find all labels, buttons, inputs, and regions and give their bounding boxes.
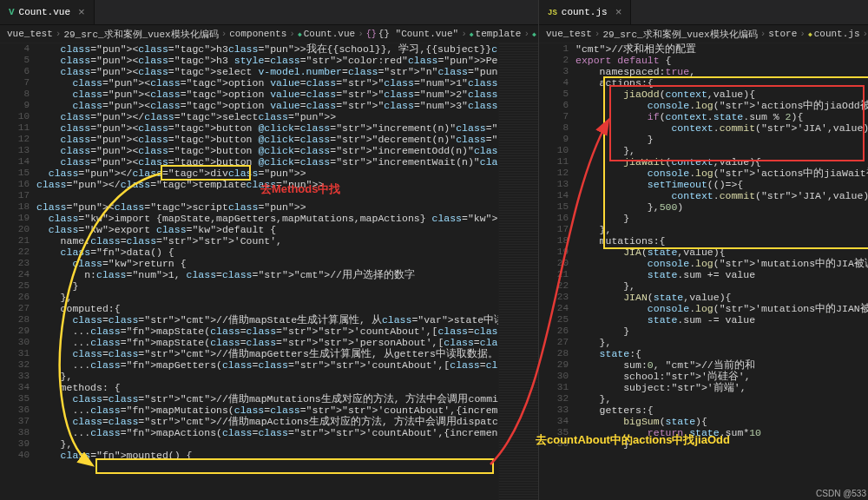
- close-icon[interactable]: ×: [615, 6, 622, 19]
- annotation-box: [603, 76, 868, 249]
- js-file-icon: [548, 7, 557, 17]
- vue-file-icon: [9, 7, 15, 17]
- tab-count-vue[interactable]: Count.vue ×: [0, 0, 95, 24]
- tab-count-js[interactable]: count.js ×: [539, 0, 631, 24]
- annotation-box: [95, 458, 494, 474]
- left-tab-bar: Count.vue ×: [0, 0, 538, 25]
- tab-label: count.js: [562, 7, 608, 17]
- close-icon[interactable]: ×: [78, 6, 85, 19]
- line-gutter: 4567891011121314151617181920212223242526…: [0, 43, 36, 500]
- right-tab-bar: count.js ×: [539, 0, 868, 25]
- annotation-label: 去countAbout中的actions中找jiaOdd: [536, 432, 730, 448]
- code-area[interactable]: class="pun"><class="tagc">h3class="pun">…: [36, 43, 498, 500]
- watermark: CSDN @533: [816, 489, 866, 498]
- annotation-label: 去Methods中找: [260, 181, 340, 197]
- right-breadcrumb[interactable]: vue_test 29_src_求和案例_vuex模块化编码 store cou…: [539, 25, 868, 43]
- tab-label: Count.vue: [19, 7, 70, 17]
- left-breadcrumb[interactable]: vue_test 29_src_求和案例_vuex模块化编码 component…: [0, 25, 538, 43]
- annotation-box: [161, 165, 251, 181]
- minimap[interactable]: [498, 43, 538, 500]
- left-code-editor[interactable]: 4567891011121314151617181920212223242526…: [0, 43, 538, 500]
- right-editor-pane: count.js × vue_test 29_src_求和案例_vuex模块化编…: [539, 0, 868, 500]
- left-editor-pane: Count.vue × vue_test 29_src_求和案例_vuex模块化…: [0, 0, 539, 500]
